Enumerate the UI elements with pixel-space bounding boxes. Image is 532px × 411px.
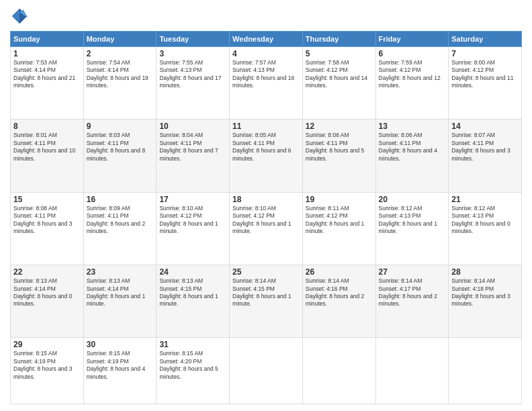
day-info: Sunrise: 8:00 AMSunset: 4:12 PMDaylight:… [451,59,513,89]
calendar-cell: 21 Sunrise: 8:12 AMSunset: 4:13 PMDaylig… [449,192,522,265]
calendar-cell: 10 Sunrise: 8:04 AMSunset: 4:11 PMDaylig… [157,120,230,192]
calendar-cell: 9 Sunrise: 8:03 AMSunset: 4:11 PMDayligh… [83,120,157,192]
day-number: 1 [13,49,81,58]
col-header-sunday: Sunday [11,32,84,47]
day-number: 14 [451,122,519,131]
day-info: Sunrise: 8:06 AMSunset: 4:11 PMDaylight:… [306,132,364,161]
calendar-cell: 12 Sunrise: 8:06 AMSunset: 4:11 PMDaylig… [302,120,375,192]
day-number: 13 [379,122,446,131]
day-number: 16 [87,195,154,204]
day-number: 7 [451,49,519,58]
calendar-cell: 3 Sunrise: 7:55 AMSunset: 4:13 PMDayligh… [157,47,230,120]
calendar-cell [375,338,449,404]
calendar-cell: 23 Sunrise: 8:13 AMSunset: 4:14 PMDaylig… [83,265,157,338]
day-number: 31 [159,340,226,349]
day-number: 17 [159,195,226,204]
calendar-cell: 7 Sunrise: 8:00 AMSunset: 4:12 PMDayligh… [449,47,522,120]
day-info: Sunrise: 8:09 AMSunset: 4:11 PMDaylight:… [87,205,145,234]
day-number: 11 [232,122,300,131]
col-header-saturday: Saturday [449,32,522,47]
day-info: Sunrise: 7:55 AMSunset: 4:13 PMDaylight:… [159,59,221,89]
day-info: Sunrise: 8:10 AMSunset: 4:12 PMDaylight:… [232,205,291,234]
day-number: 19 [306,195,373,204]
day-info: Sunrise: 8:14 AMSunset: 4:15 PMDaylight:… [232,277,291,307]
calendar-cell: 26 Sunrise: 8:14 AMSunset: 4:16 PMDaylig… [302,265,375,338]
week-row-5: 29 Sunrise: 8:15 AMSunset: 4:19 PMDaylig… [11,338,522,404]
day-number: 23 [87,267,154,277]
day-number: 5 [306,49,373,58]
calendar-cell: 24 Sunrise: 8:13 AMSunset: 4:15 PMDaylig… [157,265,230,338]
calendar-cell: 13 Sunrise: 8:06 AMSunset: 4:11 PMDaylig… [375,120,449,192]
calendar-cell: 27 Sunrise: 8:14 AMSunset: 4:17 PMDaylig… [375,265,449,338]
calendar-cell: 5 Sunrise: 7:58 AMSunset: 4:12 PMDayligh… [302,47,375,120]
calendar-cell: 30 Sunrise: 8:15 AMSunset: 4:19 PMDaylig… [83,338,157,404]
calendar-cell: 6 Sunrise: 7:59 AMSunset: 4:12 PMDayligh… [375,47,449,120]
day-number: 29 [13,340,81,349]
day-info: Sunrise: 8:14 AMSunset: 4:17 PMDaylight:… [379,277,437,307]
day-info: Sunrise: 7:59 AMSunset: 4:12 PMDaylight:… [379,59,441,89]
day-info: Sunrise: 8:07 AMSunset: 4:11 PMDaylight:… [451,132,510,161]
calendar-cell: 1 Sunrise: 7:53 AMSunset: 4:14 PMDayligh… [11,47,84,120]
day-info: Sunrise: 7:58 AMSunset: 4:12 PMDaylight:… [306,59,367,89]
calendar-header-row: SundayMondayTuesdayWednesdayThursdayFrid… [11,32,522,47]
calendar-cell: 14 Sunrise: 8:07 AMSunset: 4:11 PMDaylig… [449,120,522,192]
col-header-wednesday: Wednesday [230,32,303,47]
day-info: Sunrise: 7:57 AMSunset: 4:13 PMDaylight:… [232,59,294,89]
calendar-cell [449,338,522,404]
day-info: Sunrise: 8:10 AMSunset: 4:12 PMDaylight:… [159,205,218,234]
calendar-cell: 11 Sunrise: 8:05 AMSunset: 4:11 PMDaylig… [230,120,303,192]
day-number: 3 [159,49,226,58]
calendar-cell: 8 Sunrise: 8:01 AMSunset: 4:11 PMDayligh… [11,120,84,192]
day-info: Sunrise: 8:14 AMSunset: 4:16 PMDaylight:… [306,277,364,307]
day-info: Sunrise: 8:13 AMSunset: 4:15 PMDaylight:… [159,277,218,307]
calendar: SundayMondayTuesdayWednesdayThursdayFrid… [10,31,522,404]
day-info: Sunrise: 7:53 AMSunset: 4:14 PMDaylight:… [13,59,75,89]
page: SundayMondayTuesdayWednesdayThursdayFrid… [0,0,532,411]
day-info: Sunrise: 8:15 AMSunset: 4:19 PMDaylight:… [13,350,72,379]
day-info: Sunrise: 8:13 AMSunset: 4:14 PMDaylight:… [13,277,72,307]
day-info: Sunrise: 8:15 AMSunset: 4:20 PMDaylight:… [159,350,218,379]
week-row-3: 15 Sunrise: 8:08 AMSunset: 4:11 PMDaylig… [11,192,522,265]
calendar-cell: 20 Sunrise: 8:12 AMSunset: 4:13 PMDaylig… [375,192,449,265]
day-info: Sunrise: 8:12 AMSunset: 4:13 PMDaylight:… [379,205,437,234]
day-info: Sunrise: 8:14 AMSunset: 4:18 PMDaylight:… [451,277,510,307]
day-number: 30 [87,340,154,349]
col-header-monday: Monday [83,32,157,47]
day-number: 15 [13,195,81,204]
calendar-cell: 22 Sunrise: 8:13 AMSunset: 4:14 PMDaylig… [11,265,84,338]
logo [10,7,32,26]
day-number: 6 [379,49,446,58]
day-number: 4 [232,49,300,58]
calendar-cell: 16 Sunrise: 8:09 AMSunset: 4:11 PMDaylig… [83,192,157,265]
day-info: Sunrise: 8:06 AMSunset: 4:11 PMDaylight:… [379,132,437,161]
calendar-cell: 18 Sunrise: 8:10 AMSunset: 4:12 PMDaylig… [230,192,303,265]
day-info: Sunrise: 8:13 AMSunset: 4:14 PMDaylight:… [87,277,145,307]
calendar-cell: 19 Sunrise: 8:11 AMSunset: 4:12 PMDaylig… [302,192,375,265]
col-header-friday: Friday [375,32,449,47]
calendar-cell: 31 Sunrise: 8:15 AMSunset: 4:20 PMDaylig… [157,338,230,404]
day-info: Sunrise: 8:04 AMSunset: 4:11 PMDaylight:… [159,132,218,161]
day-number: 22 [13,267,81,277]
day-number: 28 [451,267,519,277]
day-info: Sunrise: 7:54 AMSunset: 4:14 PMDaylight:… [87,59,148,89]
calendar-cell: 17 Sunrise: 8:10 AMSunset: 4:12 PMDaylig… [157,192,230,265]
day-info: Sunrise: 8:08 AMSunset: 4:11 PMDaylight:… [13,205,72,234]
day-number: 10 [159,122,226,131]
calendar-cell: 4 Sunrise: 7:57 AMSunset: 4:13 PMDayligh… [230,47,303,120]
calendar-cell [230,338,303,404]
calendar-cell: 15 Sunrise: 8:08 AMSunset: 4:11 PMDaylig… [11,192,84,265]
col-header-tuesday: Tuesday [157,32,230,47]
day-info: Sunrise: 8:01 AMSunset: 4:11 PMDaylight:… [13,132,75,161]
calendar-cell: 2 Sunrise: 7:54 AMSunset: 4:14 PMDayligh… [83,47,157,120]
day-info: Sunrise: 8:11 AMSunset: 4:12 PMDaylight:… [306,205,364,234]
day-number: 21 [451,195,519,204]
week-row-4: 22 Sunrise: 8:13 AMSunset: 4:14 PMDaylig… [11,265,522,338]
day-number: 27 [379,267,446,277]
day-number: 2 [87,49,154,58]
col-header-thursday: Thursday [302,32,375,47]
day-info: Sunrise: 8:12 AMSunset: 4:13 PMDaylight:… [451,205,510,234]
day-number: 25 [232,267,300,277]
day-number: 26 [306,267,373,277]
day-number: 9 [87,122,154,131]
day-info: Sunrise: 8:05 AMSunset: 4:11 PMDaylight:… [232,132,291,161]
